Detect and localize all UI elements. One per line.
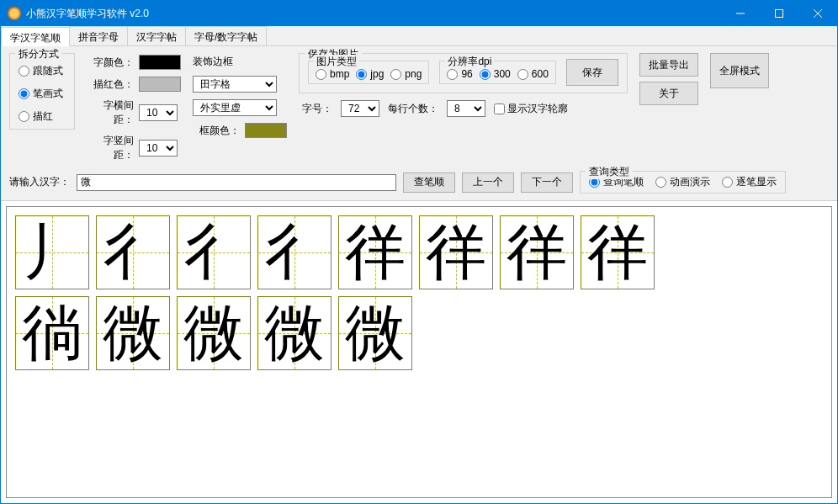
image-type-title: 图片类型 xyxy=(314,55,359,69)
font-settings: 字颜色： 描红色： 字横间距： 10 字竖间距： 10 xyxy=(87,53,181,162)
tab-stroke-order[interactable]: 学汉字笔顺 xyxy=(1,27,70,46)
outline-checkbox[interactable]: 显示汉字轮廓 xyxy=(494,102,568,116)
titlebar: 小熊汉字笔顺学习软件 v2.0 xyxy=(1,1,837,26)
query-animation[interactable]: 动画演示 xyxy=(655,175,710,189)
per-line-select[interactable]: 8 xyxy=(447,100,485,117)
stroke-cell: 微 xyxy=(338,296,412,370)
tab-letter-number-copybook[interactable]: 字母/数字字帖 xyxy=(185,26,267,45)
stroke-glyph: 微 xyxy=(345,303,406,363)
dpi-300[interactable]: 300 xyxy=(480,68,511,80)
stroke-cell: 彳 xyxy=(96,215,170,289)
query-step-by-step[interactable]: 逐笔显示 xyxy=(722,175,777,189)
frame-color-label: 框颜色： xyxy=(193,124,240,138)
frame-color-picker[interactable] xyxy=(245,123,287,138)
grid-style-select[interactable]: 田字格 xyxy=(193,76,277,93)
stroke-glyph: 丿 xyxy=(22,222,82,283)
font-size-select[interactable]: 72 xyxy=(341,100,379,117)
batch-export-button[interactable]: 批量导出 xyxy=(639,53,698,77)
lookup-button[interactable]: 查笔顺 xyxy=(403,172,455,193)
stroke-cell: 微 xyxy=(177,296,251,370)
stroke-cell: 彳 xyxy=(257,215,331,289)
image-type-group: 图片类型 bmp jpg png xyxy=(308,61,429,84)
stroke-glyph: 徜 xyxy=(22,303,82,363)
decoration-settings: 装饰边框 田字格 外实里虚 框颜色： xyxy=(193,53,287,138)
prev-button[interactable]: 上一个 xyxy=(462,172,514,193)
stroke-glyph: 微 xyxy=(264,303,325,363)
img-type-png[interactable]: png xyxy=(390,68,422,80)
tab-bar: 学汉字笔顺 拼音字母 汉字字帖 字母/数字字帖 xyxy=(1,26,837,46)
border-style-select[interactable]: 外实里虚 xyxy=(193,99,277,116)
stroke-glyph: 徉 xyxy=(587,222,648,283)
trace-color-picker[interactable] xyxy=(139,77,181,92)
font-size-label: 字号： xyxy=(302,102,332,116)
split-mode-group: 拆分方式 跟随式 笔画式 描红 xyxy=(9,53,75,130)
query-type-title: 查询类型 xyxy=(586,165,633,179)
dpi-title: 分辨率dpi xyxy=(445,55,494,69)
window-title: 小熊汉字笔顺学习软件 v2.0 xyxy=(26,7,721,21)
stroke-glyph: 彳 xyxy=(264,222,325,283)
app-icon xyxy=(8,7,21,20)
split-trace-radio[interactable]: 描红 xyxy=(19,109,66,124)
char-input-label: 请输入汉字： xyxy=(9,175,70,189)
dpi-96[interactable]: 96 xyxy=(447,68,472,80)
tab-pinyin[interactable]: 拼音字母 xyxy=(69,26,128,45)
trace-color-label: 描红色： xyxy=(87,77,134,92)
decoration-title: 装饰边框 xyxy=(193,55,287,69)
stroke-glyph: 彳 xyxy=(183,222,244,283)
stroke-glyph: 微 xyxy=(103,303,163,363)
minimize-button[interactable] xyxy=(721,1,760,26)
stroke-cell: 徉 xyxy=(338,215,412,289)
about-button[interactable]: 关于 xyxy=(639,82,698,105)
stroke-glyph: 徉 xyxy=(507,222,567,283)
save-button[interactable]: 保存 xyxy=(566,59,618,86)
stroke-canvas: 丿彳彳彳徉徉徉徉徜微微微微 xyxy=(6,206,832,498)
stroke-cell: 微 xyxy=(96,296,170,370)
vspace-select[interactable]: 10 xyxy=(139,140,178,157)
split-stroke-radio[interactable]: 笔画式 xyxy=(19,87,66,101)
stroke-cell: 微 xyxy=(257,296,331,370)
font-color-picker[interactable] xyxy=(139,55,181,70)
img-type-jpg[interactable]: jpg xyxy=(356,68,384,80)
vspace-label: 字竖间距： xyxy=(87,134,134,162)
img-type-bmp[interactable]: bmp xyxy=(316,68,349,80)
dpi-group: 分辨率dpi 96 300 600 xyxy=(439,61,555,84)
side-buttons: 批量导出 关于 xyxy=(639,53,698,105)
char-input[interactable] xyxy=(77,174,396,191)
save-column: 保存为图片 图片类型 bmp jpg png 分辨率dpi xyxy=(299,53,628,117)
close-button[interactable] xyxy=(798,1,837,26)
stroke-cell: 丿 xyxy=(15,215,89,289)
stroke-cell: 徜 xyxy=(15,296,89,370)
next-button[interactable]: 下一个 xyxy=(521,172,573,193)
per-line-label: 每行个数： xyxy=(388,102,438,116)
split-follow-radio[interactable]: 跟随式 xyxy=(19,64,66,78)
stroke-glyph: 微 xyxy=(183,303,244,363)
maximize-button[interactable] xyxy=(760,1,798,26)
stroke-cell: 徉 xyxy=(419,215,493,289)
stroke-glyph: 徉 xyxy=(426,222,486,283)
stroke-glyph: 徉 xyxy=(345,222,406,283)
stroke-cell: 彳 xyxy=(177,215,251,289)
font-color-label: 字颜色： xyxy=(87,56,134,70)
stroke-cell: 徉 xyxy=(500,215,574,289)
svg-rect-1 xyxy=(776,10,783,18)
tab-hanzi-copybook[interactable]: 汉字字帖 xyxy=(127,26,186,45)
query-type-group: 查询类型 查询笔顺 动画演示 逐笔显示 xyxy=(580,171,786,194)
dpi-600[interactable]: 600 xyxy=(517,68,549,80)
save-image-group: 保存为图片 图片类型 bmp jpg png 分辨率dpi xyxy=(299,53,628,93)
stroke-cell: 徉 xyxy=(581,215,655,289)
hspace-select[interactable]: 10 xyxy=(139,104,178,121)
fullscreen-button[interactable]: 全屏模式 xyxy=(710,53,769,88)
hspace-label: 字横间距： xyxy=(87,98,134,127)
stroke-glyph: 彳 xyxy=(103,222,163,283)
split-mode-title: 拆分方式 xyxy=(15,47,62,61)
